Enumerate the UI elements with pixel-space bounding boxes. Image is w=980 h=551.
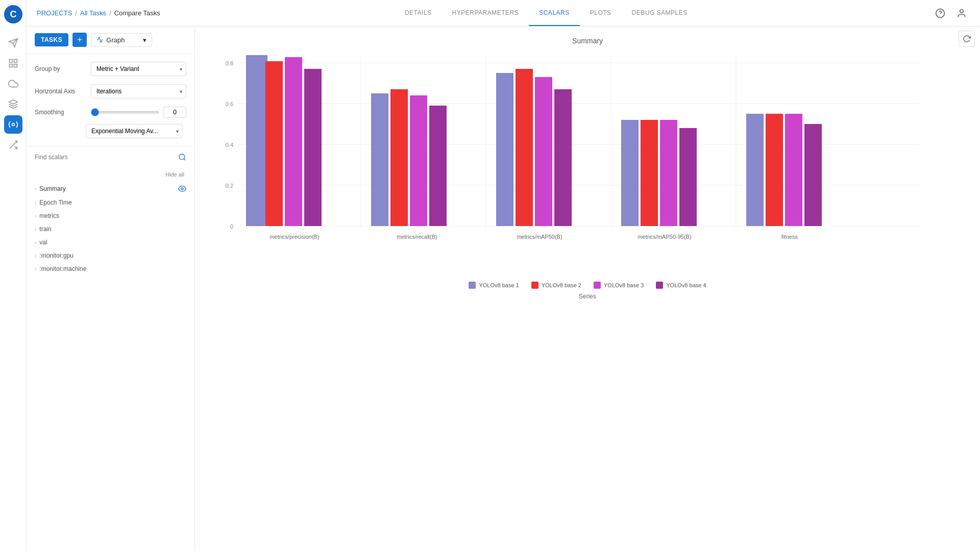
- val-chevron: ›: [35, 240, 36, 245]
- search-container: [27, 146, 194, 167]
- smoothing-method-wrapper: Exponential Moving Av... ▾: [86, 124, 183, 138]
- sidebar-icon-layers[interactable]: [4, 95, 22, 113]
- smoothing-value-input[interactable]: [163, 107, 186, 118]
- tab-details[interactable]: DETAILS: [395, 0, 442, 26]
- svg-text:0.8: 0.8: [226, 60, 233, 66]
- main-content: PROJECTS / All Tasks / Compare Tasks DET…: [27, 0, 980, 551]
- smoothing-slider[interactable]: [91, 111, 159, 113]
- legend-label-s3: YOLOv8 base 3: [604, 282, 644, 288]
- scalar-item-monitor-machine-left: › :monitor:machine: [35, 265, 86, 272]
- legend-label-s4: YOLOv8 base 4: [666, 282, 706, 288]
- horizontal-axis-row: Horizontal Axis Iterations Epochs Time ▾: [35, 84, 186, 98]
- summary-chevron: ›: [35, 186, 36, 192]
- svg-text:0.2: 0.2: [226, 183, 233, 189]
- scalar-item-val[interactable]: › val: [35, 236, 186, 249]
- exp-moving-row: Exponential Moving Av... ▾: [86, 124, 186, 138]
- scalar-item-monitor-gpu[interactable]: › :monitor:gpu: [35, 249, 186, 262]
- svg-text:fitness: fitness: [781, 234, 798, 240]
- sidebar-icon-pipelines[interactable]: [4, 136, 22, 154]
- summary-eye-icon[interactable]: [178, 185, 186, 193]
- chart-legend: YOLOv8 base 1 YOLOv8 base 2 YOLOv8 base …: [215, 282, 960, 289]
- bar-map50-s3: [535, 77, 552, 226]
- train-chevron: ›: [35, 227, 36, 232]
- content: TASKS + Graph ▾ Group by Metric + Vari: [27, 27, 980, 551]
- val-label: val: [39, 239, 47, 246]
- graph-label: Graph: [106, 36, 125, 44]
- sidebar-icon-grid[interactable]: [4, 54, 22, 72]
- svg-text:metrics/mAP50-95(B): metrics/mAP50-95(B): [638, 234, 691, 240]
- scalar-item-monitor-gpu-left: › :monitor:gpu: [35, 252, 74, 259]
- app-logo[interactable]: C: [4, 5, 22, 23]
- group-by-select[interactable]: Metric + Variant Metric Variant: [91, 62, 186, 76]
- bar-recall-s2: [390, 89, 408, 226]
- scalar-item-monitor-machine[interactable]: › :monitor:machine: [35, 262, 186, 276]
- breadcrumb-sep1: /: [75, 9, 77, 17]
- chart-container: Summary 0.8 0.6 0.4 0.2 0: [215, 37, 960, 300]
- search-icon[interactable]: [178, 153, 186, 161]
- legend-label-s1: YOLOv8 base 1: [479, 282, 519, 288]
- user-icon[interactable]: [953, 5, 970, 21]
- bar-recall-s4: [429, 106, 447, 226]
- epoch-time-chevron: ›: [35, 200, 36, 206]
- bar-fitness-s3: [785, 114, 802, 226]
- scalar-item-val-left: › val: [35, 239, 47, 246]
- tasks-button[interactable]: TASKS: [35, 33, 68, 46]
- scalar-item-train[interactable]: › train: [35, 222, 186, 236]
- bar-map50-95-s2: [641, 120, 658, 226]
- svg-point-15: [179, 154, 185, 160]
- bar-chart-svg: 0.8 0.6 0.4 0.2 0: [215, 55, 930, 269]
- scalar-item-metrics[interactable]: › metrics: [35, 209, 186, 222]
- nav-tabs: DETAILS HYPERPARAMETERS SCALARS PLOTS DE…: [395, 0, 698, 26]
- scalar-item-summary-left: › Summary: [35, 185, 66, 192]
- hide-all-button[interactable]: Hide all: [35, 171, 186, 178]
- sidebar-icon-experiments[interactable]: [4, 115, 22, 134]
- search-input[interactable]: [35, 154, 174, 161]
- horizontal-axis-select[interactable]: Iterations Epochs Time: [91, 84, 186, 98]
- train-label: train: [39, 226, 51, 233]
- tab-hyperparameters[interactable]: HYPERPARAMETERS: [442, 0, 529, 26]
- svg-text:metrics/mAP50(B): metrics/mAP50(B): [517, 234, 562, 240]
- bar-map50-95-s3: [660, 120, 677, 226]
- group-by-row: Group by Metric + Variant Metric Variant…: [35, 62, 186, 76]
- bar-map50-95-s1: [621, 120, 639, 226]
- top-right-icon[interactable]: [959, 31, 975, 47]
- breadcrumb-sep2: /: [109, 9, 111, 17]
- legend-item-s2: YOLOv8 base 2: [531, 282, 581, 289]
- svg-text:0.6: 0.6: [226, 101, 233, 107]
- legend-label-s2: YOLOv8 base 2: [542, 282, 581, 288]
- svg-rect-6: [9, 64, 12, 67]
- left-panel: TASKS + Graph ▾ Group by Metric + Vari: [27, 27, 195, 551]
- sidebar-icon-cloud[interactable]: [4, 74, 22, 93]
- breadcrumb-projects[interactable]: PROJECTS: [37, 9, 72, 17]
- tab-scalars[interactable]: SCALARS: [529, 0, 580, 26]
- svg-line-16: [184, 159, 185, 160]
- svg-text:metrics/recall(B): metrics/recall(B): [397, 234, 437, 240]
- graph-dropdown[interactable]: Graph ▾: [91, 33, 152, 47]
- scalar-item-summary[interactable]: › Summary: [35, 182, 186, 196]
- legend-color-s4: [656, 282, 663, 289]
- breadcrumb-all-tasks[interactable]: All Tasks: [80, 9, 106, 17]
- controls: Group by Metric + Variant Metric Variant…: [27, 54, 194, 146]
- scalar-item-epoch-time-left: › Epoch Time: [35, 199, 72, 206]
- help-icon[interactable]: [932, 5, 948, 21]
- tab-debug-samples[interactable]: DEBUG SAMPLES: [622, 0, 698, 26]
- tab-plots[interactable]: PLOTS: [580, 0, 622, 26]
- smoothing-method-select[interactable]: Exponential Moving Av...: [86, 124, 183, 138]
- chart-area: Summary 0.8 0.6 0.4 0.2 0: [195, 27, 980, 551]
- monitor-gpu-label: :monitor:gpu: [39, 252, 74, 259]
- svg-text:metrics/precision(B): metrics/precision(B): [270, 234, 319, 240]
- svg-point-14: [960, 9, 964, 13]
- horizontal-axis-dropdown-wrapper: Iterations Epochs Time ▾: [91, 84, 186, 98]
- add-button[interactable]: +: [72, 33, 87, 47]
- breadcrumb: PROJECTS / All Tasks / Compare Tasks: [37, 9, 160, 17]
- legend-item-s1: YOLOv8 base 1: [469, 282, 519, 289]
- bar-fitness-s1: [746, 114, 764, 226]
- group-by-label: Group by: [35, 65, 86, 72]
- sidebar-icon-send[interactable]: [4, 34, 22, 52]
- sidebar: C: [0, 0, 27, 551]
- smoothing-row: Smoothing: [35, 107, 186, 118]
- epoch-time-label: Epoch Time: [39, 199, 71, 206]
- scalar-item-epoch-time[interactable]: › Epoch Time: [35, 196, 186, 209]
- bar-precision-s4: [304, 69, 322, 226]
- legend-item-s3: YOLOv8 base 3: [594, 282, 644, 289]
